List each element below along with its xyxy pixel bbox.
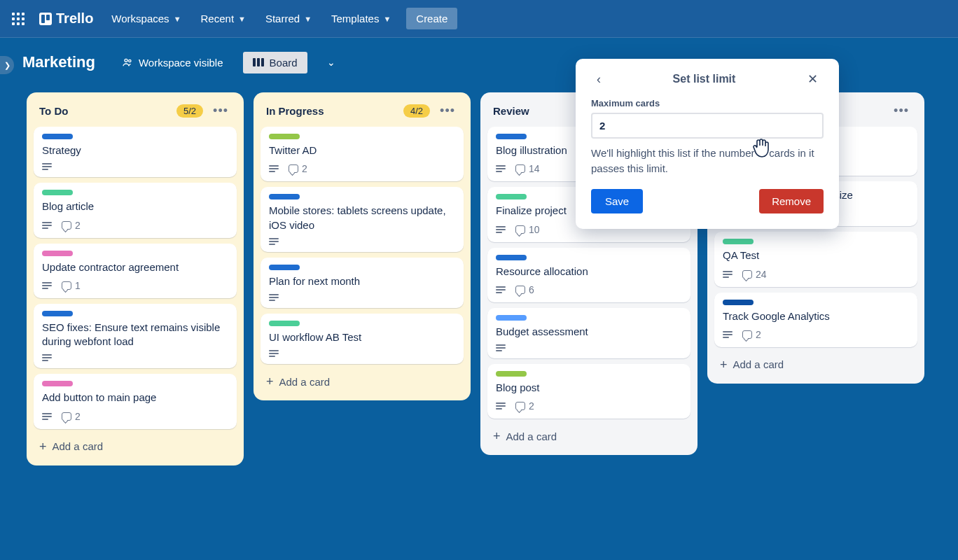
description-icon: [269, 165, 279, 172]
comments-count: 1: [62, 280, 81, 291]
card[interactable]: Blog post2: [487, 364, 690, 419]
plus-icon: +: [720, 358, 728, 371]
popover-title: Set list limit: [606, 73, 802, 85]
nav-recent[interactable]: Recent▼: [193, 8, 254, 29]
card-meta: 2: [42, 411, 228, 422]
card-label: [42, 251, 73, 256]
card-meta: [42, 354, 228, 361]
comments-count: 2: [62, 220, 81, 231]
popover-close-button[interactable]: ✕: [802, 69, 824, 90]
card-label: [496, 315, 527, 321]
nav-workspaces[interactable]: Workspaces▼: [103, 8, 189, 29]
set-list-limit-popover: ‹ Set list limit ✕ Maximum cards We'll h…: [576, 59, 839, 229]
comments-count: 2: [289, 163, 307, 174]
card-meta: 1: [42, 280, 228, 291]
card-label: [269, 194, 300, 200]
board-view-button[interactable]: Board: [243, 52, 307, 74]
description-icon: [42, 282, 52, 289]
card-label: [723, 300, 754, 305]
comments-count: 2: [742, 329, 761, 340]
description-icon: [496, 286, 506, 293]
add-card-button[interactable]: +Add a card: [714, 353, 917, 377]
card-label: [723, 239, 754, 244]
chevron-down-icon: ▼: [304, 15, 312, 23]
card[interactable]: Add button to main page2: [34, 374, 237, 428]
card[interactable]: Plan for next month: [261, 258, 464, 308]
card[interactable]: Update contractor agreement1: [34, 244, 237, 298]
card[interactable]: QA Test24: [714, 232, 917, 286]
card[interactable]: UI workflow AB Test: [261, 314, 464, 364]
card-title: Resource allocation: [496, 265, 682, 279]
card-title: Plan for next month: [269, 274, 455, 288]
card-title: SEO fixes: Ensure text remains visible d…: [42, 321, 228, 349]
nav-templates[interactable]: Templates▼: [323, 8, 399, 29]
card[interactable]: Twitter AD2: [261, 127, 464, 181]
description-icon: [42, 163, 52, 170]
list-limit-badge: 4/2: [403, 104, 430, 118]
description-icon: [723, 331, 733, 338]
add-card-button[interactable]: +Add a card: [34, 435, 237, 458]
visibility-button[interactable]: Workspace visible: [115, 52, 230, 73]
comments-count: 2: [515, 400, 534, 412]
top-nav: Trello Workspaces▼ Recent▼ Starred▼ Temp…: [0, 0, 958, 38]
card[interactable]: Budget assessment: [487, 308, 690, 358]
popover-back-button[interactable]: ‹: [591, 69, 606, 90]
card-title: Add button to main page: [42, 391, 228, 405]
comments-count: 24: [742, 269, 767, 280]
max-cards-input[interactable]: [591, 113, 824, 139]
list-menu-button[interactable]: •••: [891, 102, 912, 120]
remove-button[interactable]: Remove: [759, 189, 824, 214]
description-icon: [496, 226, 506, 233]
list-menu-button[interactable]: •••: [437, 102, 458, 120]
description-icon: [496, 344, 506, 351]
create-button[interactable]: Create: [406, 8, 457, 29]
trello-logo[interactable]: Trello: [32, 10, 100, 27]
description-icon: [496, 402, 506, 410]
card-title: Track Google Analytics: [723, 309, 909, 323]
card-label: [42, 311, 73, 316]
card[interactable]: Resource allocation6: [487, 248, 690, 302]
list-header: To Do5/2•••: [34, 99, 237, 127]
card[interactable]: Track Google Analytics2: [714, 293, 917, 347]
card[interactable]: SEO fixes: Ensure text remains visible d…: [34, 304, 237, 369]
card[interactable]: Blog article2: [34, 183, 237, 237]
add-card-button[interactable]: +Add a card: [487, 424, 690, 448]
description-icon: [723, 271, 733, 278]
svg-point-1: [129, 59, 131, 62]
add-card-button[interactable]: +Add a card: [261, 370, 464, 393]
card[interactable]: Strategy: [34, 127, 237, 177]
comments-count: 6: [515, 284, 534, 295]
svg-point-0: [125, 59, 127, 62]
card-meta: [269, 294, 455, 301]
description-icon: [269, 238, 279, 245]
view-switch-chevron-icon[interactable]: ⌄: [323, 52, 340, 72]
card-title: Blog article: [42, 200, 228, 214]
card-title: Mobile stores: tablets screens update, i…: [269, 204, 455, 232]
chevron-down-icon: ▼: [238, 15, 246, 23]
list-title[interactable]: In Progress: [266, 105, 324, 117]
list-title[interactable]: Review: [493, 105, 529, 117]
chevron-down-icon: ▼: [383, 15, 391, 23]
comments-count: 14: [515, 163, 540, 174]
card-title: QA Test: [723, 248, 909, 262]
card-label: [42, 381, 73, 386]
comments-count: 2: [62, 411, 81, 422]
description-icon: [496, 165, 506, 172]
list-limit-badge: 5/2: [176, 104, 203, 118]
list-title[interactable]: To Do: [39, 105, 68, 117]
nav-starred[interactable]: Starred▼: [257, 8, 320, 29]
card-label: [496, 371, 527, 377]
list-menu-button[interactable]: •••: [210, 102, 231, 120]
comments-count: 10: [515, 224, 540, 235]
card-meta: 2: [269, 163, 455, 174]
board-view-icon: [253, 58, 264, 66]
save-button[interactable]: Save: [591, 189, 643, 214]
card-title: Budget assessment: [496, 325, 682, 339]
card-meta: [496, 344, 682, 351]
card-title: Blog post: [496, 381, 682, 395]
card[interactable]: Mobile stores: tablets screens update, i…: [261, 187, 464, 252]
board-title[interactable]: Marketing: [15, 53, 102, 71]
card-meta: 2: [42, 220, 228, 231]
apps-switcher-icon[interactable]: [7, 8, 29, 30]
card-meta: [269, 350, 455, 357]
